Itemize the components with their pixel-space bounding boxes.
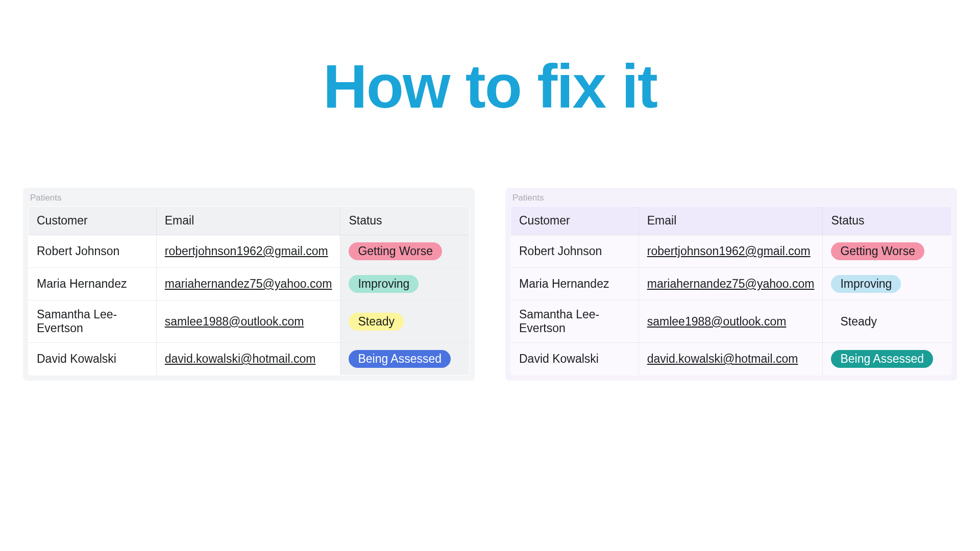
- status-badge: Being Assessed: [349, 350, 451, 368]
- email-cell: samlee1988@outlook.com: [156, 300, 340, 343]
- customer-cell: Maria Hernandez: [511, 268, 639, 300]
- table-row: Maria Hernandezmariahernandez75@yahoo.co…: [29, 268, 470, 300]
- status-cell: Being Assessed: [340, 343, 470, 375]
- table-row: Samantha Lee-Evertsonsamlee1988@outlook.…: [511, 300, 952, 343]
- email-link[interactable]: robertjohnson1962@gmail.com: [165, 244, 328, 258]
- right-header-customer: Customer: [511, 207, 639, 235]
- left-patients-table: Customer Email Status Robert Johnsonrobe…: [28, 206, 470, 375]
- customer-cell: David Kowalski: [29, 343, 157, 375]
- email-link[interactable]: samlee1988@outlook.com: [165, 315, 304, 328]
- email-link[interactable]: david.kowalski@hotmail.com: [647, 352, 798, 365]
- page-title: How to fix it: [0, 51, 980, 121]
- email-link[interactable]: robertjohnson1962@gmail.com: [647, 244, 811, 258]
- status-badge: Steady: [349, 313, 404, 331]
- status-badge: Getting Worse: [831, 242, 924, 260]
- status-cell: Improving: [823, 268, 952, 300]
- email-cell: samlee1988@outlook.com: [639, 300, 823, 343]
- email-cell: robertjohnson1962@gmail.com: [156, 235, 340, 268]
- status-cell: Getting Worse: [823, 235, 952, 268]
- right-patients-table: Customer Email Status Robert Johnsonrobe…: [510, 206, 952, 375]
- table-row: David Kowalskidavid.kowalski@hotmail.com…: [29, 343, 470, 375]
- right-header-status: Status: [823, 207, 952, 235]
- customer-cell: Samantha Lee-Evertson: [511, 300, 639, 343]
- email-link[interactable]: mariahernandez75@yahoo.com: [165, 277, 332, 290]
- customer-cell: Robert Johnson: [29, 235, 157, 268]
- right-header-email: Email: [639, 207, 823, 235]
- left-table-panel: Patients Customer Email Status Robert Jo…: [23, 188, 475, 381]
- table-row: Robert Johnsonrobertjohnson1962@gmail.co…: [511, 235, 952, 268]
- table-row: Robert Johnsonrobertjohnson1962@gmail.co…: [29, 235, 470, 268]
- email-link[interactable]: mariahernandez75@yahoo.com: [647, 277, 815, 290]
- customer-cell: David Kowalski: [511, 343, 639, 375]
- customer-cell: Samantha Lee-Evertson: [29, 300, 157, 343]
- right-panel-label: Patients: [510, 193, 952, 203]
- right-table-panel: Patients Customer Email Status Robert Jo…: [505, 188, 957, 381]
- email-link[interactable]: david.kowalski@hotmail.com: [165, 352, 316, 365]
- status-cell: Getting Worse: [340, 235, 470, 268]
- table-row: Samantha Lee-Evertsonsamlee1988@outlook.…: [29, 300, 470, 343]
- status-badge: Getting Worse: [349, 242, 442, 260]
- status-cell: Improving: [340, 268, 470, 300]
- status-cell: Steady: [340, 300, 470, 343]
- left-table-body: Robert Johnsonrobertjohnson1962@gmail.co…: [29, 235, 470, 375]
- status-cell: Being Assessed: [823, 343, 952, 375]
- email-cell: mariahernandez75@yahoo.com: [639, 268, 823, 300]
- left-header-email: Email: [156, 207, 340, 235]
- email-link[interactable]: samlee1988@outlook.com: [647, 315, 787, 328]
- customer-cell: Maria Hernandez: [29, 268, 157, 300]
- status-badge: Improving: [831, 275, 901, 293]
- email-cell: david.kowalski@hotmail.com: [156, 343, 340, 375]
- status-badge: Steady: [831, 313, 886, 331]
- customer-cell: Robert Johnson: [511, 235, 639, 268]
- email-cell: mariahernandez75@yahoo.com: [156, 268, 340, 300]
- status-badge: Being Assessed: [831, 350, 933, 368]
- email-cell: david.kowalski@hotmail.com: [639, 343, 823, 375]
- status-badge: Improving: [349, 275, 419, 293]
- tables-container: Patients Customer Email Status Robert Jo…: [0, 188, 980, 381]
- status-cell: Steady: [823, 300, 952, 343]
- email-cell: robertjohnson1962@gmail.com: [639, 235, 823, 268]
- table-row: David Kowalskidavid.kowalski@hotmail.com…: [511, 343, 952, 375]
- left-header-customer: Customer: [29, 207, 157, 235]
- left-panel-label: Patients: [28, 193, 470, 203]
- table-row: Maria Hernandezmariahernandez75@yahoo.co…: [511, 268, 952, 300]
- right-table-body: Robert Johnsonrobertjohnson1962@gmail.co…: [511, 235, 952, 375]
- left-header-status: Status: [340, 207, 470, 235]
